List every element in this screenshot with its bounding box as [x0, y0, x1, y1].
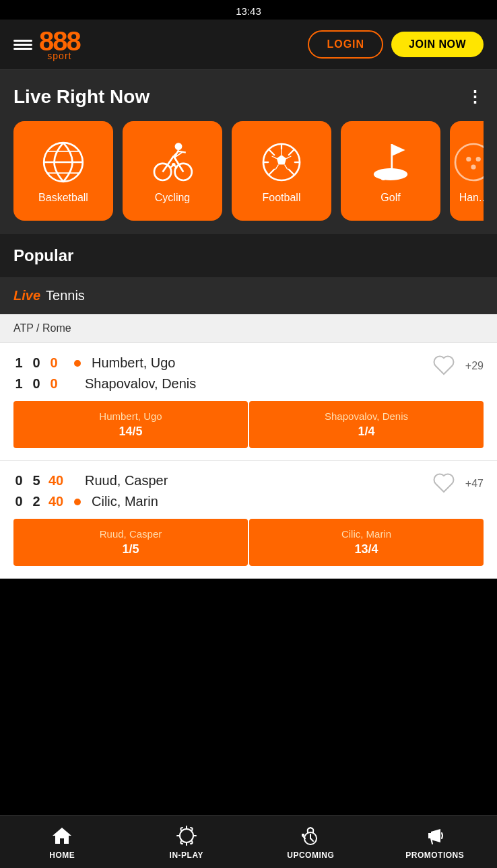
svg-marker-18 [277, 155, 286, 164]
status-bar: 13:43 [0, 0, 497, 20]
bet4-name: Cilic, Marin [341, 528, 391, 540]
p1-score3: 0 [48, 355, 59, 371]
nav-inplay-label: IN-PLAY [170, 851, 203, 860]
golf-icon [366, 138, 415, 186]
match2-actions: +47 [433, 473, 484, 495]
p4-score1: 0 [13, 494, 24, 509]
bet-button-player2[interactable]: Shapovalov, Denis 1/4 [249, 401, 484, 448]
bet1-name: Humbert, Ugo [99, 410, 162, 422]
p2-score3: 0 [48, 376, 59, 392]
player2-name: Shapovalov, Denis [85, 376, 196, 392]
match-section: ATP / Rome 1 0 0 Humbert, Ugo [0, 314, 497, 579]
match2-players: 0 5 40 Ruud, Casper 0 2 40 [13, 473, 484, 509]
more-markets-count: +29 [465, 360, 484, 372]
bet3-name: Ruud, Casper [100, 528, 162, 540]
sport-card-golf[interactable]: Golf [341, 121, 440, 221]
player2-scores: 1 0 0 [13, 376, 67, 392]
player4-row: 0 2 40 Cilic, Marin [13, 494, 168, 509]
p4-score3: 40 [48, 494, 63, 509]
logo: 888 sport [39, 28, 80, 61]
svg-line-21 [285, 165, 288, 170]
svg-line-35 [310, 838, 313, 841]
svg-point-6 [175, 164, 192, 180]
player3-name: Ruud, Casper [85, 473, 168, 489]
nav-home[interactable]: HOME [0, 816, 125, 868]
p2-score1: 1 [13, 376, 24, 392]
bet2-buttons: Ruud, Casper 1/5 Cilic, Marin 13/4 [13, 519, 484, 566]
p3-score2: 5 [31, 473, 42, 489]
bet-button-player1[interactable]: Humbert, Ugo 14/5 [13, 401, 248, 448]
svg-point-27 [380, 174, 387, 180]
nav-promotions-label: PROMOTIONS [405, 851, 464, 860]
p3-score1: 0 [13, 473, 24, 489]
login-button[interactable]: LOGIN [308, 30, 383, 59]
player4-name: Cilic, Marin [92, 494, 158, 509]
sport-card-handball[interactable]: Han... [450, 121, 484, 221]
nav-upcoming[interactable]: UPCOMING [249, 816, 373, 868]
bet1-odds: 14/5 [119, 425, 142, 439]
live-right-now-section: Live Right Now ⋮ Basketball [0, 70, 497, 234]
live-title: Live Right Now [13, 86, 150, 108]
match-actions: +29 [433, 355, 484, 377]
svg-point-29 [466, 157, 471, 161]
status-time: 13:43 [236, 5, 261, 17]
player1-name: Humbert, Ugo [92, 355, 176, 371]
nav-home-label: HOME [49, 851, 75, 860]
header: 888 sport LOGIN JOIN NOW [0, 20, 497, 70]
p1-score2: 0 [31, 355, 42, 371]
golf-label: Golf [380, 192, 400, 204]
bet-button-player4[interactable]: Cilic, Marin 13/4 [249, 519, 484, 566]
svg-point-4 [175, 143, 183, 150]
players-scores: 1 0 0 Humbert, Ugo 1 0 0 [13, 355, 196, 392]
inplay-icon [176, 825, 197, 846]
handball-icon [450, 138, 484, 186]
join-button[interactable]: JOIN NOW [391, 32, 484, 57]
player2-row: 1 0 0 Shapovalov, Denis [13, 376, 196, 392]
upcoming-icon [300, 825, 321, 846]
handball-label: Han... [459, 192, 484, 204]
sport-card-football[interactable]: Football [232, 121, 331, 221]
bet2-name: Shapovalov, Denis [325, 410, 408, 422]
popular-section: Popular [0, 234, 497, 277]
more2-markets-count: +47 [465, 478, 484, 490]
header-left: 888 sport [13, 28, 80, 61]
bet3-odds: 1/5 [122, 542, 139, 556]
nav-inplay[interactable]: IN-PLAY [125, 816, 249, 868]
player3-row: 0 5 40 Ruud, Casper [13, 473, 168, 489]
favorite-icon[interactable] [433, 355, 455, 377]
nav-upcoming-label: UPCOMING [287, 851, 334, 860]
popular-title: Popular [13, 246, 484, 265]
match-row-2: 0 5 40 Ruud, Casper 0 2 40 [0, 461, 497, 579]
sport-card-basketball[interactable]: Basketball [13, 121, 113, 221]
live-header: Live Right Now ⋮ [13, 86, 484, 108]
svg-point-26 [374, 168, 407, 180]
sports-row: Basketball [13, 121, 484, 221]
svg-point-32 [180, 829, 193, 842]
football-icon [257, 138, 306, 186]
svg-line-20 [286, 156, 291, 159]
promotions-icon [424, 825, 446, 846]
live-tennis-header: Live Tennis [0, 277, 497, 314]
basketball-label: Basketball [38, 192, 88, 204]
player3-scores: 0 5 40 [13, 473, 67, 489]
player1-scores: 1 0 0 [13, 355, 67, 371]
bet2-odds: 1/4 [358, 425, 374, 439]
bet-button-player3[interactable]: Ruud, Casper 1/5 [13, 519, 248, 566]
player1-row: 1 0 0 Humbert, Ugo [13, 355, 196, 371]
cycling-icon [148, 138, 197, 186]
sport-card-cycling[interactable]: Cycling [123, 121, 222, 221]
svg-line-11 [178, 151, 186, 153]
serving-dot [74, 360, 81, 367]
menu-search-button[interactable] [13, 40, 32, 50]
svg-rect-36 [302, 834, 304, 836]
svg-line-13 [170, 165, 173, 168]
football-label: Football [263, 192, 301, 204]
favorite2-icon[interactable] [433, 473, 455, 495]
nav-promotions[interactable]: PROMOTIONS [373, 816, 498, 868]
more-options-icon[interactable]: ⋮ [467, 87, 484, 106]
live-badge: Live [13, 288, 40, 303]
header-right: LOGIN JOIN NOW [308, 30, 484, 59]
p2-score2: 0 [31, 376, 42, 392]
svg-point-31 [471, 165, 475, 170]
p4-score2: 2 [31, 494, 42, 509]
